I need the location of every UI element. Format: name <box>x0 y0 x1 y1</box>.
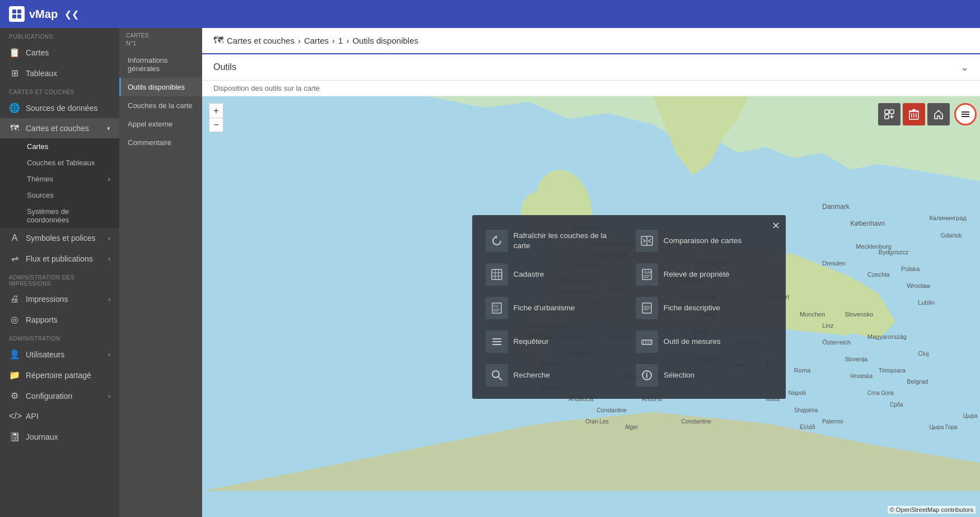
secondary-item-appel[interactable]: Appel externe <box>119 115 202 133</box>
breadcrumb-part3: 1 <box>338 36 343 45</box>
tools-overlay-close-button[interactable]: ✕ <box>772 220 780 232</box>
cadastre-icon <box>491 268 503 281</box>
app-logo[interactable]: vMap <box>9 6 58 22</box>
sidebar-item-cartes-couches[interactable]: 🗺 Cartes et couches ▾ <box>0 118 119 138</box>
tool-item-rafraichir[interactable]: Rafraîchir les couches de la carte <box>481 226 627 255</box>
sidebar-item-symboles[interactable]: A Symboles et polices › <box>0 228 119 248</box>
sidebar-cartes-label: Cartes <box>26 48 49 57</box>
journaux-icon: 📓 <box>9 431 20 442</box>
rafraichir-label: Rafraîchir les couches de la carte <box>514 231 622 250</box>
subitem-cartes[interactable]: Cartes <box>0 138 119 155</box>
tool-item-requeteur[interactable]: Requêteur <box>481 327 627 356</box>
selection-icon: i <box>641 369 653 381</box>
tool-item-releve[interactable]: RAP Relevé de propriété <box>631 260 777 289</box>
secondary-item-infos[interactable]: Informations générales <box>119 51 202 78</box>
content-area: 🗺 Cartes et couches › Cartes › 1 › Outil… <box>202 28 980 517</box>
svg-rect-3 <box>17 15 21 18</box>
tool-item-recherche[interactable]: Recherche <box>481 361 627 390</box>
panel-collapse-button[interactable]: ⌄ <box>960 61 969 73</box>
svg-text:FU: FU <box>493 304 498 308</box>
svg-text:i: i <box>646 373 647 379</box>
sidebar-item-journaux[interactable]: 📓 Journaux <box>0 426 119 447</box>
breadcrumb-sep3: › <box>346 36 349 45</box>
tool-item-mesures[interactable]: Outil de mesures <box>631 327 777 356</box>
urbanisme-label: Fiche d'urbanisme <box>514 303 575 313</box>
map-background[interactable]: Edinburgh Newcastle upon Tyne Great Brit… <box>202 96 980 517</box>
api-icon: </> <box>9 411 20 421</box>
secondary-num: N°1 <box>119 40 202 51</box>
zoom-in-button[interactable]: + <box>209 103 223 118</box>
sidebar-item-cartes[interactable]: 📋 Cartes <box>0 42 119 63</box>
sidebar-item-api[interactable]: </> API <box>0 406 119 426</box>
svg-text:Timișoara: Timișoara <box>879 367 906 374</box>
panel-title: Outils <box>213 62 236 72</box>
subitem-systemes[interactable]: Systèmes de coordonnées <box>0 203 119 228</box>
tool-item-selection[interactable]: i Sélection <box>631 361 777 390</box>
comparaison-label: Comparaison de cartes <box>664 236 742 246</box>
svg-text:Slovensko: Slovensko <box>844 311 873 318</box>
zoom-out-button[interactable]: − <box>209 118 223 132</box>
svg-rect-80 <box>890 110 894 114</box>
sidebar-utilisateurs-label: Utilisateurs <box>26 350 64 359</box>
map-container: Edinburgh Newcastle upon Tyne Great Brit… <box>202 96 980 517</box>
sidebar-item-repertoire[interactable]: 📁 Répertoire partagé <box>0 365 119 385</box>
releve-icon: RAP <box>641 268 653 281</box>
svg-text:Cluj: Cluj <box>918 350 928 357</box>
svg-text:Österreich: Österreich <box>822 339 851 346</box>
secondary-item-commentaire[interactable]: Commentaire <box>119 133 202 152</box>
tool-item-urbanisme[interactable]: FU Fiche d'urbanisme <box>481 294 627 323</box>
svg-text:Bydgoszcz: Bydgoszcz <box>879 249 909 255</box>
sidebar-item-sources-donnees[interactable]: 🌐 Sources de données <box>0 97 119 118</box>
cadastre-label: Cadastre <box>514 269 544 280</box>
secondary-item-outils[interactable]: Outils disponibles <box>119 78 202 96</box>
collapse-sidebar-button[interactable]: ❮❮ <box>64 9 79 20</box>
sidebar-repertoire-label: Répertoire partagé <box>26 371 91 380</box>
home-tool-button[interactable] <box>927 103 950 125</box>
delete-tool-button[interactable] <box>903 103 925 125</box>
tableaux-icon: ⊞ <box>9 68 20 78</box>
sidebar-item-impressions[interactable]: 🖨 Impressions › <box>0 289 119 309</box>
subitem-cartes-label: Cartes <box>27 142 48 151</box>
requeteur-icon-box <box>486 330 508 353</box>
add-tool-button[interactable] <box>878 103 900 125</box>
sidebar-item-tableaux[interactable]: ⊞ Tableaux <box>0 63 119 83</box>
layers-button[interactable] <box>954 103 977 125</box>
repertoire-icon: 📁 <box>9 370 20 380</box>
svg-text:Palermo: Palermo <box>822 418 843 425</box>
svg-text:Mecklenburg: Mecklenburg <box>856 243 892 250</box>
svg-text:Constantine: Constantine <box>597 407 627 413</box>
sidebar-impressions-label: Impressions <box>26 295 68 304</box>
secondary-item-couches[interactable]: Couches de la carte <box>119 96 202 115</box>
svg-text:Crna Gora: Crna Gora <box>867 390 894 396</box>
sidebar-item-configuration[interactable]: ⚙ Configuration › <box>0 385 119 406</box>
sidebar-tableaux-label: Tableaux <box>26 69 57 78</box>
svg-rect-79 <box>885 110 889 114</box>
main-layout: Publications 📋 Cartes ⊞ Tableaux Cartes … <box>0 28 980 517</box>
breadcrumb-part1: Cartes et couches <box>227 36 295 45</box>
utilisateurs-icon: 👤 <box>9 349 20 360</box>
requeteur-icon <box>491 336 503 348</box>
svg-text:Цыра: Цыра <box>963 413 978 419</box>
svg-rect-95 <box>492 269 502 280</box>
releve-label: Relevé de propriété <box>664 269 730 280</box>
urbanisme-icon-box: FU <box>486 297 508 319</box>
sidebar-item-utilisateurs[interactable]: 👤 Utilisateurs › <box>0 344 119 365</box>
cadastre-icon-box <box>486 263 508 286</box>
panel-header: Outils ⌄ <box>202 54 980 81</box>
map-zoom-controls: + − <box>209 103 223 132</box>
tool-item-descriptive[interactable]: Fiche descriptive <box>631 294 777 323</box>
subitem-sources[interactable]: Sources <box>0 187 119 203</box>
subitem-themes[interactable]: Thèmes › <box>0 171 119 187</box>
recherche-icon-box <box>486 364 508 386</box>
tool-item-cadastre[interactable]: Cadastre <box>481 260 627 289</box>
themes-arrow: › <box>108 175 110 183</box>
sidebar-configuration-label: Configuration <box>26 392 72 400</box>
sidebar-item-rapports[interactable]: ◎ Rapports <box>0 309 119 330</box>
cartes-couches-icon: 🗺 <box>9 123 20 133</box>
sidebar-journaux-label: Journaux <box>26 432 58 441</box>
comparaison-icon <box>641 235 653 247</box>
svg-line-121 <box>498 377 502 380</box>
tool-item-comparaison[interactable]: Comparaison de cartes <box>631 226 777 255</box>
subitem-couches-tableaux[interactable]: Couches et Tableaux <box>0 155 119 171</box>
sidebar-item-flux[interactable]: ⇌ Flux et publications › <box>0 248 119 269</box>
